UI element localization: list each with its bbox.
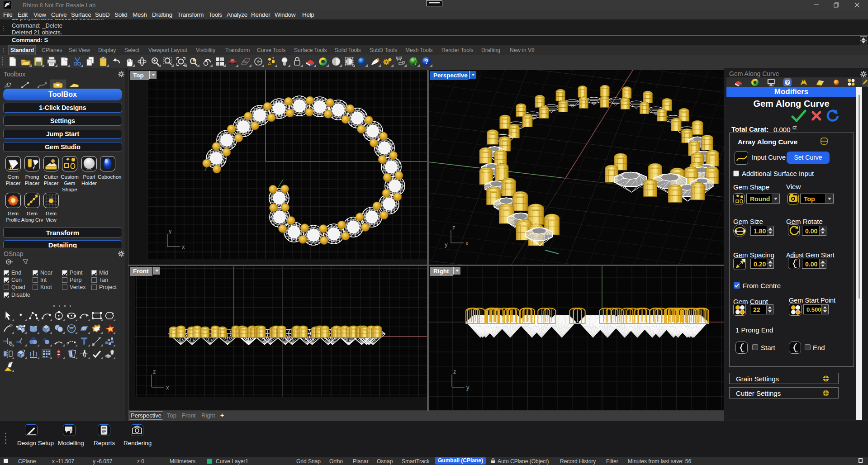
svg-text:?: ? (786, 80, 789, 85)
svg-text:x: x (166, 384, 169, 391)
svg-text:y: y (466, 384, 470, 391)
svg-text:8: 8 (9, 2, 10, 5)
svg-text:z: z (452, 224, 455, 231)
svg-text:z: z (453, 368, 456, 375)
svg-text:z: z (153, 368, 156, 375)
svg-text:x: x (182, 243, 185, 250)
svg-text:y: y (169, 228, 172, 234)
svg-text:x: x (465, 240, 469, 247)
svg-text:?: ? (425, 58, 429, 65)
svg-text:y: y (445, 241, 448, 248)
